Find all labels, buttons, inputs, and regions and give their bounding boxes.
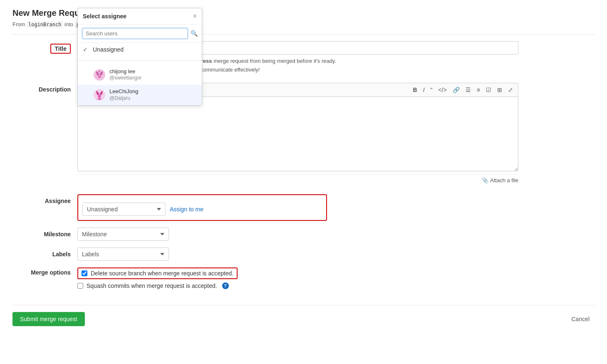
- merge-option-2-row: Squash commits when merge request is acc…: [77, 282, 595, 289]
- toolbar-ul[interactable]: ☰: [464, 86, 473, 94]
- toolbar-link[interactable]: 🔗: [451, 86, 461, 94]
- bottom-actions: Submit merge request Cancel: [12, 305, 595, 326]
- dropdown-close-button[interactable]: ×: [193, 12, 197, 20]
- attach-file-row: 📎 Attach a file: [77, 174, 518, 186]
- paperclip-icon: 📎: [482, 177, 488, 183]
- assign-to-me-link[interactable]: Assign to me: [170, 206, 203, 213]
- title-label-wrap: Title: [12, 41, 77, 54]
- user-name: chijong lee: [109, 68, 142, 75]
- user-list: ✓ Unassigned: [78, 43, 202, 105]
- option2-checkbox[interactable]: [77, 283, 83, 289]
- list-item[interactable]: chijong lee @sweettangor: [78, 65, 202, 85]
- milestone-select[interactable]: Milestone: [77, 228, 169, 241]
- assignee-dropdown-popup: Select assignee × 🔍 ✓ Unassigned: [77, 8, 202, 106]
- submit-merge-request-button[interactable]: Submit merge request: [12, 312, 85, 326]
- description-section: Description Select assignee × 🔍 ✓ Unassi…: [12, 83, 595, 186]
- search-users-input[interactable]: [82, 28, 188, 39]
- user-info: chijong lee @sweettangor: [109, 68, 142, 82]
- labels-label: Labels: [12, 251, 77, 258]
- assignee-select-row: Unassigned Assign to me: [82, 203, 322, 216]
- description-label: Description: [12, 83, 77, 93]
- toolbar-fullscreen[interactable]: ⤢: [506, 86, 515, 94]
- option2-label: Squash commits when merge request is acc…: [87, 282, 217, 289]
- option1-checkbox[interactable]: [82, 270, 87, 276]
- labels-section: Labels Labels: [12, 248, 595, 261]
- description-content: Select assignee × 🔍 ✓ Unassigned: [77, 83, 518, 186]
- milestone-label: Milestone: [12, 231, 77, 238]
- svg-point-3: [98, 75, 101, 78]
- search-box: 🔍: [78, 25, 202, 43]
- unassigned-label: Unassigned: [93, 46, 124, 53]
- svg-point-6: [99, 71, 100, 72]
- svg-point-4: [96, 72, 98, 73]
- assignee-label: Assignee: [12, 194, 77, 204]
- toolbar-quote[interactable]: ": [429, 86, 434, 94]
- user-avatar-svg: [94, 69, 105, 81]
- help-icon[interactable]: ?: [222, 282, 229, 289]
- description-textarea[interactable]: [77, 97, 518, 171]
- avatar: [94, 89, 105, 101]
- assignee-content: Unassigned Assign to me: [77, 194, 327, 221]
- cancel-button[interactable]: Cancel: [566, 312, 595, 326]
- option1-highlighted: Delete source branch when merge request …: [77, 267, 238, 279]
- dropdown-title: Select assignee: [83, 13, 126, 20]
- list-item[interactable]: LeeChiJong @Daljaru: [78, 85, 202, 105]
- toolbar-bold[interactable]: B: [411, 86, 419, 94]
- assignee-highlighted-box: Unassigned Assign to me: [77, 194, 327, 221]
- toolbar-table[interactable]: ⊞: [496, 86, 504, 94]
- toolbar-italic[interactable]: I: [421, 86, 426, 94]
- svg-point-5: [101, 72, 103, 73]
- user-handle: @sweettangor: [109, 75, 142, 82]
- toolbar-checklist[interactable]: ☑: [484, 86, 493, 94]
- merge-option-1-row: Delete source branch when merge request …: [77, 267, 595, 279]
- branch-from: loginBranch: [27, 21, 63, 28]
- user-name: LeeChiJong: [109, 88, 138, 95]
- user-avatar-svg2: [94, 89, 105, 101]
- toolbar-code[interactable]: </>: [437, 86, 448, 94]
- search-icon-button[interactable]: 🔍: [191, 30, 198, 37]
- attach-file-link[interactable]: 📎 Attach a file: [482, 177, 518, 183]
- option1-label: Delete source branch when merge request …: [91, 270, 233, 277]
- check-icon: ✓: [83, 46, 89, 53]
- avatar: [94, 69, 105, 81]
- dropdown-header: Select assignee ×: [78, 8, 202, 25]
- toolbar-ol[interactable]: ≡: [475, 86, 482, 94]
- assignee-section: Assignee Unassigned Assign to me: [12, 194, 595, 221]
- list-item[interactable]: ✓ Unassigned: [78, 43, 202, 56]
- merge-options-content: Delete source branch when merge request …: [77, 267, 595, 292]
- labels-select[interactable]: Labels: [77, 248, 169, 261]
- title-label: Title: [50, 44, 71, 54]
- assignee-select[interactable]: Unassigned: [82, 203, 166, 216]
- merge-options-section: Merge options Delete source branch when …: [12, 267, 595, 292]
- svg-point-12: [101, 91, 103, 93]
- svg-point-11: [96, 91, 98, 93]
- milestone-section: Milestone Milestone: [12, 228, 595, 241]
- svg-point-10: [98, 94, 101, 98]
- merge-options-label: Merge options: [12, 267, 77, 276]
- user-handle: @Daljaru: [109, 95, 138, 102]
- user-info: LeeChiJong @Daljaru: [109, 88, 138, 102]
